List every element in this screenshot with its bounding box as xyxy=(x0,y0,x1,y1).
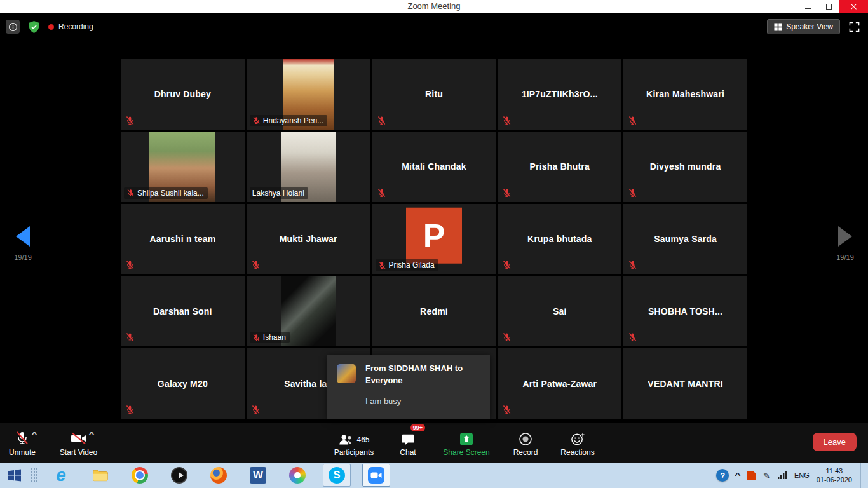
participant-name: Shilpa Sushil kala... xyxy=(137,189,204,198)
chat-notification-popup[interactable]: From SIDDHAM SHAH to Everyone I am busy xyxy=(327,355,490,419)
speaker-view-label: Speaker View xyxy=(786,22,833,31)
media-player-icon xyxy=(171,467,187,484)
show-desktop-button[interactable] xyxy=(860,463,864,488)
participant-tile[interactable]: 1IP7uZTIIKh3rO... xyxy=(498,59,621,130)
previous-page-arrow-icon[interactable] xyxy=(16,226,30,247)
meeting-info-button[interactable] xyxy=(6,20,20,34)
taskbar-item-media-player[interactable] xyxy=(165,464,193,487)
chat-sender-avatar xyxy=(337,364,356,383)
paint-icon xyxy=(289,467,306,484)
participant-tile[interactable]: Lakshya Holani xyxy=(247,132,370,202)
recording-dot-icon xyxy=(48,24,54,30)
muted-mic-icon xyxy=(378,261,386,269)
pen-tray-icon[interactable]: ✎ xyxy=(763,471,770,480)
audio-options-caret-icon[interactable]: ^ xyxy=(31,431,37,438)
participant-tile[interactable]: Krupa bhutada xyxy=(498,204,621,274)
unmute-button[interactable]: ^ Unmute xyxy=(9,428,36,457)
maximize-button[interactable] xyxy=(818,0,839,13)
participant-tile[interactable]: PPrisha Gilada xyxy=(372,204,496,274)
help-tray-icon[interactable]: ? xyxy=(716,469,729,482)
muted-mic-icon xyxy=(125,405,135,414)
participant-name-label: Lakshya Holani xyxy=(250,187,308,199)
taskbar-clock[interactable]: 11:43 01-06-2020 xyxy=(817,466,852,485)
window-title: Zoom Meeting xyxy=(0,0,868,13)
encryption-shield-icon[interactable] xyxy=(28,20,40,34)
participant-tile[interactable]: Dhruv Dubey xyxy=(121,59,245,130)
participant-name: Lakshya Holani xyxy=(252,189,304,198)
participant-tile[interactable]: Mukti Jhawar xyxy=(247,204,370,274)
participant-tile[interactable]: Redmi xyxy=(372,276,496,346)
record-label: Record xyxy=(513,448,538,457)
next-page-arrow-icon[interactable] xyxy=(838,226,852,247)
muted-mic-icon xyxy=(502,260,512,269)
meeting-topbar-right: Speaker View xyxy=(767,19,860,34)
taskbar-item-word[interactable]: W xyxy=(244,464,272,487)
taskbar-item-paint[interactable] xyxy=(283,464,311,487)
muted-mic-icon xyxy=(251,260,261,269)
participant-tile[interactable]: Aarushi n team xyxy=(121,204,245,274)
participant-name: Dhruv Dubey xyxy=(121,59,245,130)
participant-tile[interactable]: Shilpa Sushil kala... xyxy=(121,132,245,202)
participant-tile[interactable]: Saumya Sarda xyxy=(623,204,747,274)
participant-tile[interactable]: Prisha Bhutra xyxy=(498,132,621,202)
tray-overflow-caret-icon[interactable]: ^ xyxy=(735,472,740,479)
participant-tile[interactable]: Kiran Maheshwari xyxy=(623,59,747,130)
taskbar-item-internet-explorer[interactable]: e xyxy=(47,464,75,487)
share-screen-button[interactable]: Share Screen xyxy=(437,428,496,457)
start-video-button[interactable]: ^ Start Video xyxy=(60,428,97,457)
minimize-button[interactable] xyxy=(798,0,818,13)
close-button[interactable] xyxy=(839,0,868,13)
language-indicator[interactable]: ENG xyxy=(794,471,810,479)
participant-tile[interactable]: Mitali Chandak xyxy=(372,132,496,202)
participant-name: Hridayansh Peri... xyxy=(263,116,323,125)
participant-name: SHOBHA TOSH... xyxy=(623,276,747,346)
participant-tile[interactable]: VEDANT MANTRI xyxy=(623,348,747,419)
tray-app-icon-red[interactable] xyxy=(747,471,756,480)
participants-icon xyxy=(338,433,353,446)
fullscreen-icon[interactable] xyxy=(849,22,860,32)
video-options-caret-icon[interactable]: ^ xyxy=(88,431,95,438)
share-screen-icon xyxy=(459,432,473,446)
windows-taskbar: e W S xyxy=(0,463,868,488)
chrome-icon xyxy=(132,467,148,484)
video-feed: P xyxy=(406,208,462,264)
chat-button[interactable]: 99+ Chat xyxy=(389,428,427,457)
video-off-camera-icon xyxy=(71,431,87,446)
shared-app-letter: P xyxy=(423,217,445,255)
participant-tile[interactable]: Ritu xyxy=(372,59,496,130)
participant-tile[interactable]: Ishaan xyxy=(247,276,370,346)
participant-tile[interactable]: Divyesh mundra xyxy=(623,132,747,202)
taskbar-item-zoom[interactable] xyxy=(362,464,390,487)
taskbar-item-file-explorer[interactable] xyxy=(86,464,114,487)
start-button[interactable] xyxy=(0,463,29,488)
participant-tile[interactable]: Galaxy M20 xyxy=(121,348,245,419)
participant-name: Mitali Chandak xyxy=(372,132,496,202)
taskbar-item-chrome[interactable] xyxy=(126,464,154,487)
participant-name: Galaxy M20 xyxy=(121,348,245,419)
taskbar-item-firefox[interactable] xyxy=(205,464,233,487)
participant-name: Aarushi n team xyxy=(121,204,245,274)
recording-label: Recording xyxy=(58,22,93,31)
reactions-button[interactable]: Reactions xyxy=(555,428,600,457)
participant-tile[interactable]: Darshan Soni xyxy=(121,276,245,346)
participant-tile[interactable]: Hridayansh Peri... xyxy=(247,59,370,130)
clock-date: 01-06-2020 xyxy=(817,475,852,484)
system-tray: ? ^ ✎ ENG 11:43 01-06-2020 xyxy=(716,463,868,488)
participant-tile[interactable]: Arti Patwa-Zawar xyxy=(498,348,621,419)
muted-mic-icon xyxy=(251,405,261,414)
leave-button[interactable]: Leave xyxy=(813,433,857,451)
participant-name: Krupa bhutada xyxy=(498,204,621,274)
taskbar-item-skype[interactable]: S xyxy=(323,464,351,487)
next-page-control: 19/19 xyxy=(825,226,865,261)
participant-tile[interactable]: Sai xyxy=(498,276,621,346)
muted-mic-icon xyxy=(628,188,637,198)
previous-page-control: 19/19 xyxy=(3,226,43,261)
meeting-area: Recording Speaker View Dhruv DubeyHriday… xyxy=(0,13,868,463)
participant-name: Kiran Maheshwari xyxy=(623,59,747,130)
record-button[interactable]: Record xyxy=(506,428,545,457)
participants-button[interactable]: 465 Participants xyxy=(329,428,379,457)
speaker-view-button[interactable]: Speaker View xyxy=(767,19,840,34)
participant-tile[interactable]: SHOBHA TOSH... xyxy=(623,276,747,346)
network-signal-icon[interactable] xyxy=(777,471,787,480)
chat-bubble-icon xyxy=(401,433,415,446)
